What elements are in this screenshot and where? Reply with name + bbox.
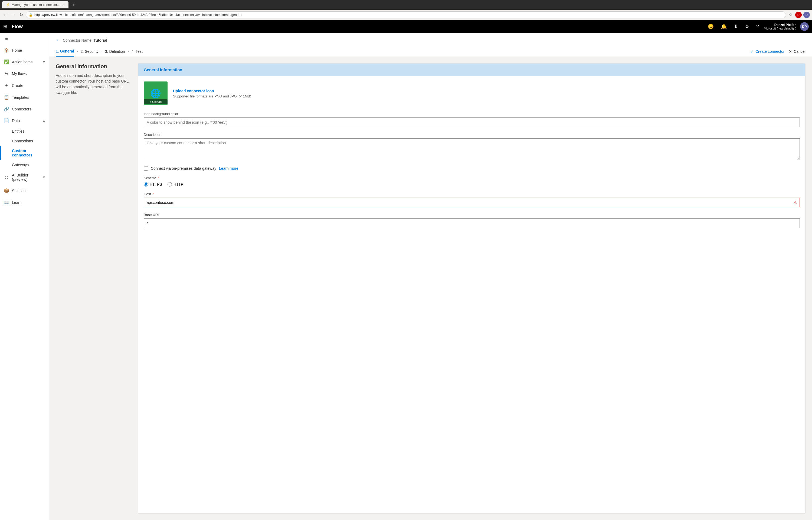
sidebar-item-my-flows[interactable]: ↪ My flows [0, 68, 49, 79]
sidebar-item-learn[interactable]: 📖 Learn [0, 197, 49, 208]
sidebar-item-home[interactable]: 🏠 Home [0, 44, 49, 56]
tab-label: Manage your custom connector... [11, 3, 59, 7]
sidebar-learn-label: Learn [12, 200, 45, 205]
tab-close-icon[interactable]: ✕ [62, 3, 65, 7]
topbar-avatar[interactable]: DP [800, 22, 809, 31]
upload-info: Upload connector icon Supported file for… [173, 89, 251, 98]
app-container: ⊞ Flow 😊 🔔 ⬇ ⚙ ? Denzel Pfeifer Microsof… [0, 20, 812, 520]
browser-chrome: ⚡ Manage your custom connector... ✕ + [0, 0, 812, 10]
upload-icon-button[interactable]: ↑ Upload [144, 99, 167, 104]
sidebar-sub-item-gateways[interactable]: Gateways [0, 160, 49, 170]
gateway-row: Connect via on-premises data gateway Lea… [144, 166, 800, 171]
sidebar-connections-label: Connections [12, 139, 33, 143]
breadcrumb-parent: Connector Name [63, 38, 91, 43]
sidebar-item-ai-builder[interactable]: ⬡ AI Builder (preview) ∨ [0, 170, 49, 185]
data-icon: 📄 [4, 118, 9, 123]
sidebar-my-flows-label: My flows [12, 72, 45, 76]
gateway-label: Connect via on-premises data gateway [151, 166, 216, 171]
cancel-x-icon: ✕ [789, 49, 792, 54]
step-definition-label: 3. Definition [105, 49, 125, 54]
scheme-https-radio[interactable] [144, 182, 148, 186]
connector-icon-symbol: 🌐 [150, 88, 161, 99]
solutions-icon: 📦 [4, 188, 9, 193]
upload-support-text: Supported file formats are PNG and JPG. … [173, 94, 251, 98]
refresh-button[interactable]: ↻ [19, 11, 24, 19]
form-left-title: General information [56, 63, 132, 70]
sidebar-sub-item-custom-connectors[interactable]: Custom connectors [0, 146, 49, 160]
connectors-icon: 🔗 [4, 106, 9, 111]
step-test[interactable]: 4. Test [132, 47, 142, 56]
create-connector-button[interactable]: ✓ Create connector [751, 49, 784, 54]
back-button[interactable]: ← [2, 11, 9, 19]
help-icon[interactable]: ? [754, 22, 761, 32]
step-security[interactable]: 2. Security [81, 47, 99, 56]
scheme-http-label: HTTP [174, 182, 184, 186]
sidebar-item-solutions[interactable]: 📦 Solutions [0, 185, 49, 197]
description-textarea[interactable] [144, 138, 800, 160]
form-left-description: Add an icon and short description to you… [56, 73, 132, 96]
step-general[interactable]: 1. General [56, 46, 74, 57]
content-area: ← Connector Name Tutorial 1. General › 2… [49, 33, 812, 520]
new-tab-button[interactable]: + [71, 2, 76, 7]
waffle-icon[interactable]: ⊞ [3, 24, 7, 29]
sidebar-solutions-label: Solutions [12, 189, 45, 193]
breadcrumb-current: Tutorial [94, 38, 107, 43]
sidebar-item-connectors[interactable]: 🔗 Connectors [0, 103, 49, 115]
download-icon[interactable]: ⬇ [732, 21, 740, 32]
learn-icon: 📖 [4, 200, 9, 205]
sidebar-sub-item-connections[interactable]: Connections [0, 136, 49, 146]
topbar: ⊞ Flow 😊 🔔 ⬇ ⚙ ? Denzel Pfeifer Microsof… [0, 20, 812, 33]
gateway-learn-more-link[interactable]: Learn more [219, 166, 238, 171]
sidebar-item-data[interactable]: 📄 Data ∧ [0, 115, 49, 126]
host-input[interactable] [144, 198, 800, 207]
my-flows-icon: ↪ [4, 71, 9, 76]
bookmark-button[interactable]: ☆ [788, 11, 793, 19]
emoji-icon[interactable]: 😊 [706, 21, 716, 32]
step-chevron-3: › [128, 50, 129, 53]
scheme-https-option[interactable]: HTTPS [144, 182, 162, 186]
sidebar-item-action-items[interactable]: ✅ Action items ∨ [0, 56, 49, 68]
active-tab[interactable]: ⚡ Manage your custom connector... ✕ [2, 1, 69, 8]
bell-icon[interactable]: 🔔 [718, 21, 729, 32]
icon-bg-color-input[interactable] [144, 118, 800, 127]
description-label: Description [144, 133, 800, 137]
scheme-http-radio[interactable] [167, 182, 172, 186]
sidebar-connectors-label: Connectors [12, 107, 45, 111]
menu-icon: ≡ [4, 36, 9, 41]
sidebar-templates-label: Templates [12, 95, 45, 100]
tab-favicon: ⚡ [6, 3, 10, 7]
settings-icon[interactable]: ⚙ [743, 21, 751, 32]
sidebar-item-create[interactable]: ＋ Create [0, 79, 49, 92]
scheme-options: HTTPS HTTP [144, 182, 800, 186]
sidebar-toggle[interactable]: ≡ [0, 33, 49, 44]
topbar-user-org: Microsoft (new default) ( [764, 27, 796, 30]
action-items-icon: ✅ [4, 59, 9, 64]
sidebar: ≡ 🏠 Home ✅ Action items ∨ ↪ My flows ＋ C… [0, 33, 49, 520]
browser-ext-icon[interactable]: R [795, 11, 802, 18]
sidebar-custom-connectors-label: Custom connectors [12, 149, 45, 157]
scheme-field: Scheme * HTTPS HTTP [144, 176, 800, 186]
step-chevron-2: › [101, 50, 102, 53]
cancel-button[interactable]: ✕ Cancel [789, 49, 806, 54]
upload-connector-icon-link[interactable]: Upload connector icon [173, 89, 214, 93]
base-url-input[interactable] [144, 218, 800, 228]
gateway-checkbox[interactable] [144, 166, 148, 171]
sidebar-gateways-label: Gateways [12, 163, 29, 167]
address-bar[interactable]: 🔒 https://preview.flow.microsoft.com/man… [26, 11, 786, 19]
scheme-label: Scheme * [144, 176, 800, 180]
sidebar-sub-item-entities[interactable]: Entities [0, 126, 49, 136]
step-definition[interactable]: 3. Definition [105, 47, 125, 56]
breadcrumb: ← Connector Name Tutorial [56, 37, 806, 43]
forward-button[interactable]: → [10, 11, 17, 19]
step-general-label: 1. General [56, 49, 74, 53]
connector-icon-box: 🌐 ↑ Upload [144, 81, 167, 105]
scheme-http-option[interactable]: HTTP [167, 182, 184, 186]
create-connector-label: Create connector [755, 49, 784, 54]
profile-icon[interactable]: D [803, 11, 810, 18]
sidebar-item-templates[interactable]: 📋 Templates [0, 92, 49, 103]
host-input-wrapper: ⚠ [144, 198, 800, 207]
steps-row: 1. General › 2. Security › 3. Definition… [56, 46, 806, 57]
main-area: ≡ 🏠 Home ✅ Action items ∨ ↪ My flows ＋ C… [0, 33, 812, 520]
upload-btn-label: Upload [152, 100, 162, 103]
breadcrumb-back-button[interactable]: ← [56, 37, 61, 43]
